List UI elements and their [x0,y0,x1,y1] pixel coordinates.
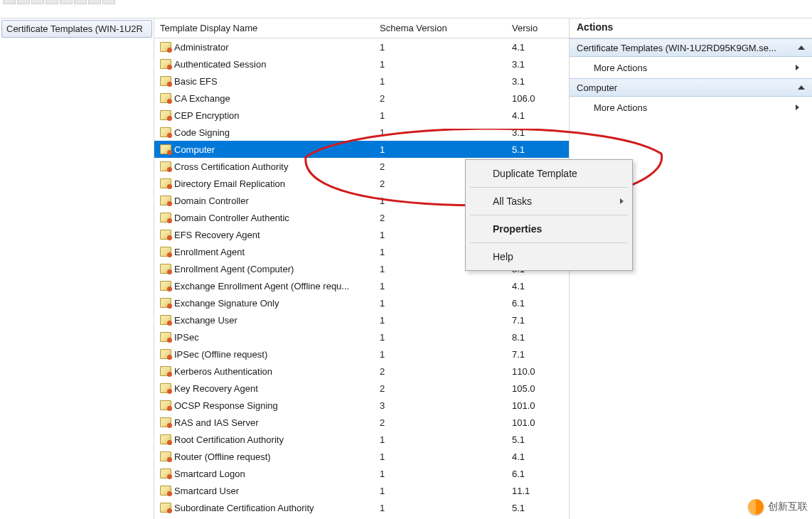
template-name-label: Basic EFS [174,76,218,87]
cell-schema-version: 1 [380,76,512,87]
toolbar-button[interactable] [60,0,73,4]
menu-all-tasks[interactable]: All Tasks [467,189,631,213]
table-row[interactable]: Smartcard Logon16.1 [154,465,569,482]
actions-group-label: Certificate Templates (WIN-1U2RD95K9GM.s… [577,43,776,53]
table-row[interactable]: CEP Encryption14.1 [154,107,569,124]
collapse-icon [798,85,805,90]
certificate-template-icon [160,76,171,86]
template-name-label: CA Exchange [174,93,230,104]
table-row[interactable]: Subordinate Certification Authority15.1 [154,499,569,516]
cell-schema-version: 1 [380,42,512,53]
template-name-label: Directory Email Replication [174,178,285,189]
table-row[interactable]: Basic EFS13.1 [154,73,569,90]
table-row[interactable]: Administrator14.1 [154,38,569,55]
cell-schema-version: 1 [380,434,512,445]
certificate-template-icon [160,298,171,308]
table-row[interactable]: IPSec18.1 [154,328,569,346]
cell-version: 7.1 [512,349,569,360]
menu-duplicate-template[interactable]: Duplicate Template [467,161,631,186]
cell-template-name: Exchange Enrollment Agent (Offline requ.… [154,281,380,291]
cell-version: 3.1 [512,76,569,87]
table-row[interactable]: Smartcard User111.1 [154,482,569,499]
template-name-label: Root Certification Authority [174,434,284,445]
cell-schema-version: 1 [380,469,512,479]
template-name-label: Authenticated Session [174,59,266,70]
template-name-label: Key Recovery Agent [174,383,258,394]
cell-template-name: Subordinate Certification Authority [154,503,380,513]
menu-properties[interactable]: Properties [467,217,631,241]
table-row[interactable]: Code Signing13.1 [154,124,569,141]
cell-version: 6.1 [512,298,569,309]
toolbar-button[interactable] [46,0,58,4]
toolbar-button[interactable] [88,0,101,4]
actions-more-label: More Actions [594,102,647,113]
template-name-label: Domain Controller [174,196,249,206]
cell-schema-version: 1 [380,144,512,155]
list-body[interactable]: Administrator14.1Authenticated Session13… [154,38,569,519]
submenu-arrow-icon [620,198,624,204]
cell-template-name: Key Recovery Agent [154,383,380,394]
cell-version: 3.1 [512,59,569,70]
cell-template-name: CEP Encryption [154,110,380,121]
table-row[interactable]: Router (Offline request)14.1 [154,448,569,465]
actions-group-computer[interactable]: Computer [570,78,812,97]
toolbar-button[interactable] [102,0,115,4]
cell-version: 8.1 [512,332,569,343]
cell-template-name: Smartcard Logon [154,469,380,479]
table-row[interactable]: RAS and IAS Server2101.0 [154,414,569,431]
certificate-template-icon [160,281,171,291]
certificate-template-icon [160,144,171,154]
actions-group-certificate-templates[interactable]: Certificate Templates (WIN-1U2RD95K9GM.s… [570,38,812,57]
certificate-template-icon [160,434,171,444]
table-row[interactable]: Key Recovery Agent2105.0 [154,380,569,397]
cell-template-name: Cross Certification Authority [154,161,380,172]
table-row[interactable]: Authenticated Session13.1 [154,55,569,73]
cell-schema-version: 2 [380,383,512,394]
certificate-template-icon [160,469,171,478]
column-header-name[interactable]: Template Display Name [154,23,380,33]
cell-template-name: Authenticated Session [154,59,380,70]
tree-pane: Certificate Templates (WIN-1U2R [0,18,154,519]
cell-schema-version: 1 [380,298,512,309]
actions-group-label: Computer [577,82,617,93]
cell-schema-version: 1 [380,315,512,326]
watermark-text: 创新互联 [768,501,808,513]
certificate-template-icon [160,332,171,342]
table-row[interactable]: Exchange Signature Only16.1 [154,294,569,311]
cell-template-name: Basic EFS [154,76,380,87]
template-name-label: Exchange Signature Only [174,298,279,309]
actions-more-2[interactable]: More Actions [570,97,812,118]
menu-help[interactable]: Help [467,245,631,269]
toolbar-button[interactable] [17,0,30,4]
table-row[interactable]: Root Certification Authority15.1 [154,431,569,448]
column-header-schema[interactable]: Schema Version [380,23,512,33]
table-row[interactable]: Kerberos Authentication2110.0 [154,363,569,380]
table-row[interactable]: Exchange User17.1 [154,311,569,328]
cell-schema-version: 1 [380,451,512,462]
submenu-arrow-icon [796,65,799,70]
certificate-template-icon [160,127,171,137]
table-row[interactable]: OCSP Response Signing3101.0 [154,397,569,414]
table-row[interactable]: Computer15.1 [154,141,569,158]
actions-more-1[interactable]: More Actions [570,57,812,78]
certificate-template-icon [160,417,171,427]
certificate-template-icon [160,196,171,205]
cell-template-name: Administrator [154,42,380,53]
template-name-label: Computer [174,144,215,155]
cell-schema-version: 1 [380,349,512,360]
table-row[interactable]: IPSec (Offline request)17.1 [154,346,569,363]
cell-template-name: Computer [154,144,380,155]
cell-template-name: OCSP Response Signing [154,400,380,411]
cell-version: 110.0 [512,366,569,377]
toolbar-button[interactable] [3,0,16,4]
table-row[interactable]: Exchange Enrollment Agent (Offline requ.… [154,277,569,294]
menu-all-tasks-label: All Tasks [493,196,532,207]
tree-node-certificate-templates[interactable]: Certificate Templates (WIN-1U2R [1,20,152,38]
cell-template-name: Root Certification Authority [154,434,380,445]
cell-version: 5.1 [512,434,569,445]
table-row[interactable]: CA Exchange2106.0 [154,90,569,107]
certificate-template-icon [160,349,171,359]
toolbar-button[interactable] [74,0,87,4]
toolbar-button[interactable] [31,0,44,4]
column-header-version[interactable]: Versio [512,23,569,33]
